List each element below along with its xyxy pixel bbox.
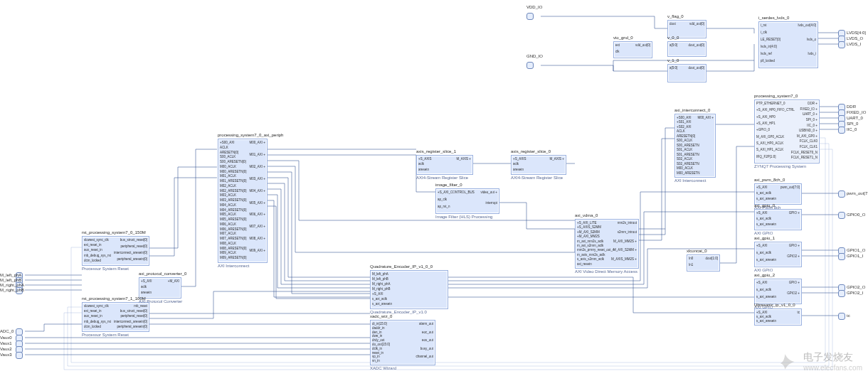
block-psr7-1[interactable]: slowest_sync_clkext_reset_inaux_reset_in… — [82, 302, 149, 332]
block-image-filter[interactable]: +S_AXI_CONTROL_BUSap_clkap_rst_nvideo_ou… — [435, 188, 499, 214]
block-port: s_axi_aresetn — [756, 222, 776, 227]
block-port: s_axi_aresetn — [756, 197, 776, 201]
block-port: a[5:0] — [669, 43, 677, 48]
block-port: mb_debug_sys_rst — [84, 320, 111, 324]
block-port: m_axi_mm2s_aclk — [577, 240, 603, 244]
block-port: In0 — [689, 257, 693, 261]
block-port: LE_RESET[0] — [761, 38, 780, 42]
block-v0[interactable]: a[5:0]dout_out[0] — [667, 41, 706, 57]
block-port: ext — [615, 43, 620, 48]
spark-icon — [780, 353, 799, 371]
block-gpio0[interactable]: +S_AXIs_axi_aclks_axi_aresetnGPIO + — [754, 209, 802, 230]
block-port: +S_AXI — [756, 211, 767, 215]
block-port: IIC_0 + — [807, 124, 817, 128]
block-v1[interactable]: a[5:0]dout_out[0] — [667, 64, 706, 82]
ext-port-label: pwm_out[7:0] — [847, 191, 868, 195]
block-port: +S_AXI_HP1 — [756, 122, 776, 126]
block-port: +S_AXI_HP0_FIFO_CTRL — [756, 108, 795, 112]
block-port: FCLK_CLK0 — [800, 139, 817, 144]
block-port: GPIO2 + — [787, 254, 800, 259]
label-gnd-io: GND_IO — [526, 54, 543, 58]
block-port: s2mm_introut — [618, 230, 637, 235]
block-port: s_axi_aresetn — [756, 295, 776, 299]
block-port: M04_ACLK — [220, 203, 236, 208]
block-reg-slice-0[interactable]: +S_AXISaclkaresetnM_AXIS + — [511, 155, 566, 175]
block-ps7[interactable]: PTP_ETHERNET_0+S_AXI_HP0_FIFO_CTRL+S_AXI… — [754, 100, 820, 163]
block-axi-ic[interactable]: +S00_AXI+S01_AXI+S02_AXIACLKARESETN[0]S0… — [674, 114, 716, 178]
block-port: S02_ARESETN — [677, 162, 699, 166]
ext-port-label: Vaux0 — [0, 335, 12, 340]
block-port: s_axi_aclk — [756, 191, 771, 195]
block-port: dout_out[0] — [688, 66, 704, 70]
block-port: M_left_phB — [372, 277, 388, 281]
block-port: ARESETN[0] — [677, 134, 695, 139]
block-axi-pwm[interactable]: +S_AXIs_axi_aclks_axi_aresetnpwm_out[7:0… — [754, 183, 802, 205]
block-port: M_right_phA — [372, 282, 391, 286]
block-port: PTP_ETHERNET_0 — [756, 102, 785, 106]
watermark: 电子发烧友 www.elecfans.com — [780, 351, 862, 372]
block-reg-slice-1[interactable]: +S_AXISaclkaresetnM_AXIS + — [416, 155, 473, 175]
block-port: FCLK_RESET0_N — [791, 151, 817, 155]
block-psr7-0[interactable]: slowest_sync_clkext_reset_inaux_reset_in… — [82, 236, 149, 266]
block-port: interrupt — [485, 201, 497, 205]
block-port: M_AXI_GP0 + — [797, 134, 817, 139]
block-port: M08_AXI + — [250, 237, 265, 241]
block-port: +S_AXI — [756, 186, 767, 190]
block-port: +S_AXI_CONTROL_BUS — [438, 190, 475, 195]
block-vdma[interactable]: +S_AXI_LITE+S_AXIS_S2MM+M_AXI_S2MM+M_AXI… — [575, 219, 639, 269]
block-vio-gnd[interactable]: extclkvdd_out[0] — [613, 41, 652, 58]
block-port: S00_ACLK — [677, 139, 692, 143]
block-port: slowest_sync_clk — [84, 304, 109, 308]
block-port: S_AXI_HP1_ACLK — [756, 148, 783, 152]
block-port: +S_AXI — [756, 281, 767, 285]
block-caption: AXI Video Direct Memory Access — [575, 269, 637, 274]
ext-pin — [838, 190, 845, 198]
block-port: GPIO2 + — [787, 291, 800, 296]
block-title: xlconcat_0 — [687, 249, 707, 253]
ext-port-label: IIC_0 — [847, 127, 857, 131]
block-port: S00_ARESETN[0] — [220, 160, 246, 164]
block-ps7-axi-periph[interactable]: +S00_AXIACLKARESETN[0]S00_ACLKS00_ARESET… — [218, 139, 268, 263]
block-port: video_out + — [481, 190, 497, 195]
block-gpio2[interactable]: +S_AXIs_axi_aclks_axi_aresetnGPIO +GPIO2… — [754, 279, 802, 304]
ext-pin — [838, 41, 845, 48]
block-lvds[interactable]: i_rsti_clkLE_RESET[0]lvds_in[4:0]lvds_re… — [758, 21, 818, 68]
block-gpio1[interactable]: +S_AXIs_axi_aclks_axi_aresetnGPIO +GPIO2… — [754, 242, 802, 267]
block-port: +S02_AXI — [677, 125, 691, 129]
block-port: +S_AXI — [141, 279, 152, 284]
block-port: M00_ARESETN — [677, 171, 700, 176]
ext-port-label: LVDS_I — [847, 42, 861, 46]
block-ultrasonic[interactable]: +S_AXIs_axi_aclks_axi_aresetntc — [754, 308, 802, 326]
block-port: mm2s_prmry_reset_out_n — [577, 248, 615, 252]
block-port: aux_reset_in — [84, 314, 102, 318]
ext-pin — [838, 253, 845, 260]
block-port: aclk — [418, 162, 424, 166]
block-xadc[interactable]: di_in[15:0]daddr_inden_indwe_indrdy_outd… — [370, 320, 435, 365]
block-port: interconnect_aresetn[0] — [114, 251, 147, 255]
block-port: M02_AXI + — [250, 165, 265, 169]
block-port: M09_ARESETN[0] — [220, 256, 247, 260]
block-port: FCLK_RESET1_N — [791, 156, 817, 160]
block-title: axi_gpio_0 — [754, 203, 775, 208]
block-port: +S_AXI — [372, 292, 383, 296]
block-port: S01_ARESETN — [677, 153, 699, 157]
block-port: +S_AXI — [756, 244, 767, 248]
block-axi-conv[interactable]: +S_AXIaclkaresetn+M_AXI — [139, 277, 181, 299]
block-port: lvds_o — [807, 38, 816, 42]
ext-pin-vdd — [526, 13, 534, 20]
ext-port-label: GPIO2_I — [847, 291, 863, 295]
block-port: M07_AXI + — [250, 225, 265, 229]
block-port: mb_reset — [134, 304, 147, 308]
block-port: ext_reset_in — [84, 243, 102, 247]
block-port: bus_struct_reset[0] — [120, 238, 147, 242]
block-port: ARESETN[0] — [220, 151, 238, 155]
block-port: S01_ACLK — [677, 148, 692, 152]
block-port: s_axi_aclk — [756, 217, 771, 221]
block-port: M_AXIS + — [550, 157, 564, 161]
ext-pin — [838, 127, 845, 134]
block-quad-encoder[interactable]: M_left_phAM_left_phBM_right_phAM_right_p… — [370, 270, 448, 309]
block-port: M09_AXI + — [250, 249, 265, 253]
block-xlconcat[interactable]: In0In1dout[1:0] — [687, 254, 720, 272]
block-port: lvds_i — [808, 52, 816, 56]
block-port: s_axi_aresetn — [756, 258, 776, 262]
